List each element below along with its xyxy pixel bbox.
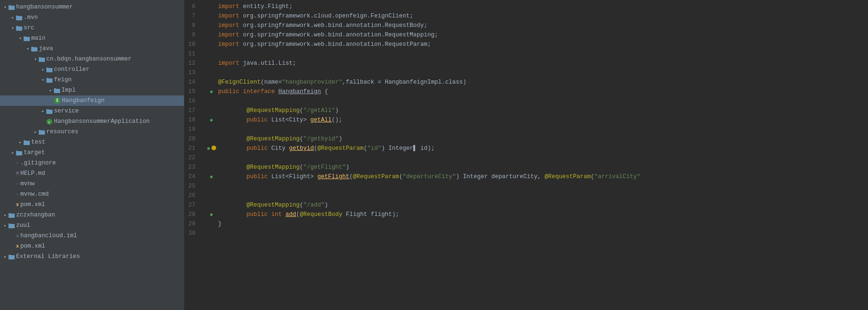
token-plain (268, 210, 272, 219)
xml-icon: x (16, 244, 19, 249)
folder-icon (9, 223, 15, 228)
folder-icon (46, 78, 53, 83)
token-plain (218, 163, 246, 172)
sidebar-item-controller[interactable]: controller (0, 64, 184, 75)
tree-item-label: hangbansonsummer (16, 4, 73, 10)
token-plain: ▌ (413, 144, 417, 153)
sidebar-item-hangbancloudiml[interactable]: ◇hangbancloud.iml (0, 231, 184, 241)
code-line: @RequestMapping("/getAll") (218, 106, 859, 115)
sidebar-item-mvnwcmd[interactable]: ·mvnw.cmd (0, 189, 184, 199)
token-plain: ( (300, 134, 304, 144)
token-plain: id); (417, 144, 435, 153)
sidebar-item-pomxml[interactable]: xpom.xml (0, 199, 184, 210)
gutter-cell (205, 125, 218, 134)
tree-item-label: External Libraries (16, 253, 80, 260)
sidebar-item-mvn[interactable]: .mvn (0, 12, 184, 23)
sidebar-item-zuul[interactable]: zuul (0, 220, 184, 231)
sidebar-item-src[interactable]: src (0, 23, 184, 33)
line-number: 17 (188, 106, 199, 115)
sidebar-item-Impl[interactable]: Impl (0, 85, 184, 95)
tree-item-label: Impl (61, 87, 76, 94)
sidebar-item-feign[interactable]: feign (0, 75, 184, 85)
sidebar-item-mvnw[interactable]: ·mvnw (0, 179, 184, 189)
token-str: "departureCity" (403, 172, 456, 181)
tree-item-label: HangbansonsummerApplication (54, 118, 150, 125)
tree-item-label: mvnw.cmd (20, 191, 49, 198)
sidebar-item-target[interactable]: target (0, 147, 184, 158)
token-ann: @RequestParam (317, 144, 364, 153)
gutter-cell (205, 2, 218, 11)
line-number: 12 (188, 59, 199, 68)
tree-item-label: cn.bdqn.hangbansonsummer (46, 56, 132, 62)
line-number: 9 (188, 30, 199, 40)
token-plain: ) Integer (381, 144, 413, 153)
tree-item-label: target (24, 149, 45, 156)
token-kw: int (272, 210, 282, 219)
token-str: "/getbyid" (303, 134, 339, 144)
sidebar-item-gitignore[interactable]: ·.gitignore (0, 158, 184, 168)
tree-item-label: .gitignore (20, 160, 56, 166)
code-content: import entity.Flight;import org.springfr… (218, 2, 868, 308)
token-plain: entity.Flight; (239, 2, 293, 11)
chevron-icon (32, 57, 39, 62)
run-icon[interactable]: ● (210, 211, 213, 218)
sidebar-item-pom2[interactable]: xpom.xml (0, 241, 184, 251)
token-cls: RequestBody (385, 21, 424, 30)
line-number: 24 (188, 172, 199, 181)
run-icon[interactable]: ● (210, 117, 213, 124)
line-number: 20 (188, 134, 199, 144)
token-ann: @RequestMapping (246, 106, 300, 115)
run-icon[interactable]: ● (207, 145, 210, 152)
chevron-icon (2, 5, 9, 10)
sidebar-item-root[interactable]: hangbansonsummer (0, 2, 184, 12)
line-number: 26 (188, 191, 199, 200)
tree-item-label: HELP.md (20, 170, 45, 177)
sidebar-item-service[interactable]: service (0, 106, 184, 116)
sidebar-item-zczxhangban[interactable]: zczxhangban (0, 210, 184, 220)
run-icon[interactable]: ● (210, 173, 213, 181)
line-number: 7 (188, 11, 199, 21)
token-kw: public (246, 144, 268, 153)
token-iface: Hangbanfeign (279, 87, 321, 96)
token-plain: org.springframework.web.bind.annotation. (239, 40, 385, 49)
token-plain: org.springframework.web.bind.annotation. (239, 30, 385, 40)
sidebar-item-cn[interactable]: cn.bdqn.hangbansonsummer (0, 54, 184, 64)
token-str: "/getAll" (303, 106, 335, 115)
sidebar-item-main[interactable]: main (0, 33, 184, 43)
sidebar-item-test[interactable]: test (0, 137, 184, 147)
token-plain: ; (424, 21, 428, 30)
sidebar-item-java[interactable]: java (0, 43, 184, 54)
line-number: 13 (188, 68, 199, 78)
token-plain: ( (300, 163, 304, 172)
folder-icon (16, 150, 22, 155)
token-plain: { (321, 87, 328, 96)
token-fn: add (286, 210, 297, 219)
token-plain (239, 87, 243, 96)
sidebar-item-ExtLibs[interactable]: External Libraries (0, 251, 184, 262)
gutter-cell: ● (205, 210, 218, 219)
token-plain (218, 210, 246, 219)
code-line (218, 49, 859, 59)
token-fn: getbyid (289, 144, 314, 153)
gutter-cell (205, 229, 218, 238)
token-imp: import (218, 40, 239, 49)
run-icon[interactable]: ● (210, 88, 213, 95)
token-ann: @RequestMapping (246, 134, 300, 144)
code-line: import entity.Flight; (218, 2, 859, 11)
gutter-cell (205, 181, 218, 191)
token-imp: import (218, 11, 239, 21)
code-line: } (218, 219, 859, 229)
sidebar-item-HELP[interactable]: MHELP.md (0, 168, 184, 179)
line-number: 10 (188, 40, 199, 49)
token-plain: ) (335, 106, 339, 115)
code-line (218, 68, 859, 78)
token-plain: ( (350, 172, 353, 181)
sidebar-item-resources[interactable]: resources (0, 127, 184, 137)
sidebar-item-HangbansonsummerApp[interactable]: SHangbansonsummerApplication (0, 116, 184, 127)
gutter-cell: ● (205, 144, 218, 153)
folder-icon (16, 26, 22, 31)
sidebar-item-Hangbanfeign[interactable]: IHangbanfeign (0, 95, 184, 106)
code-line (218, 181, 859, 191)
gutter-cell (205, 68, 218, 78)
token-plain: org.springframework.cloud.openfeign. (239, 11, 371, 21)
